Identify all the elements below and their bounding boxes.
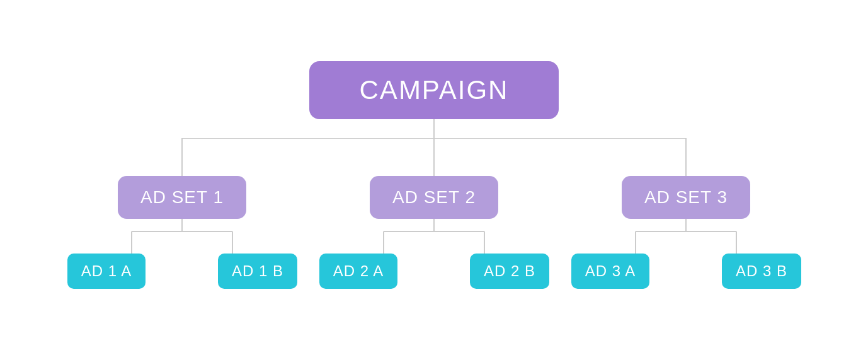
ad-node-1b: AD 1 B (218, 254, 297, 289)
adset-label-3: AD SET 3 (644, 187, 728, 207)
ad-col-1b: AD 1 B (207, 254, 308, 289)
ad-pair-1: AD 1 A AD 1 B (56, 254, 308, 289)
adset-col-3: AD SET 3 AD 3 A AD 3 B (560, 176, 812, 289)
adset-node-3: AD SET 3 (622, 176, 750, 219)
ad-label-2b: AD 2 B (484, 262, 535, 279)
adset-node-1: AD SET 1 (118, 176, 246, 219)
ad-col-3b: AD 3 B (711, 254, 812, 289)
adset-col-1: AD SET 1 AD 1 A (56, 176, 308, 289)
adset-node-2: AD SET 2 (370, 176, 498, 219)
top-section: CAMPAIGN (309, 61, 559, 138)
ad-node-1a: AD 1 A (67, 254, 146, 289)
adset-label-2: AD SET 2 (392, 187, 476, 207)
adset-label-1: AD SET 1 (140, 187, 224, 207)
ad-label-3b: AD 3 B (736, 262, 787, 279)
ad3-connector-svg (604, 219, 768, 254)
ad-pair-2: AD 2 A AD 2 B (308, 254, 560, 289)
ad-col-2a: AD 2 A (308, 254, 409, 289)
tree-container: CAMPAIGN AD SET 1 (0, 42, 868, 308)
adset-col-2: AD SET 2 AD 2 A AD 2 B (308, 176, 560, 289)
ad-col-1a: AD 1 A (56, 254, 157, 289)
mid-section: AD SET 1 AD 1 A (56, 176, 812, 289)
adset-connector-svg (56, 138, 812, 176)
ad2-connector-svg (352, 219, 516, 254)
ad-label-3a: AD 3 A (585, 262, 636, 279)
ad-col-2b: AD 2 B (459, 254, 560, 289)
ad-node-2a: AD 2 A (319, 254, 398, 289)
ad1-connector-svg (100, 219, 264, 254)
ad-col-3a: AD 3 A (560, 254, 661, 289)
campaign-node: CAMPAIGN (309, 61, 559, 119)
ad-label-1b: AD 1 B (232, 262, 283, 279)
ad-label-1a: AD 1 A (81, 262, 132, 279)
ad-node-2b: AD 2 B (470, 254, 549, 289)
ad-label-2a: AD 2 A (333, 262, 384, 279)
campaign-label: CAMPAIGN (360, 75, 509, 105)
campaign-vline (433, 119, 435, 138)
ad-node-3b: AD 3 B (722, 254, 801, 289)
ad-pair-3: AD 3 A AD 3 B (560, 254, 812, 289)
ad-node-3a: AD 3 A (571, 254, 650, 289)
